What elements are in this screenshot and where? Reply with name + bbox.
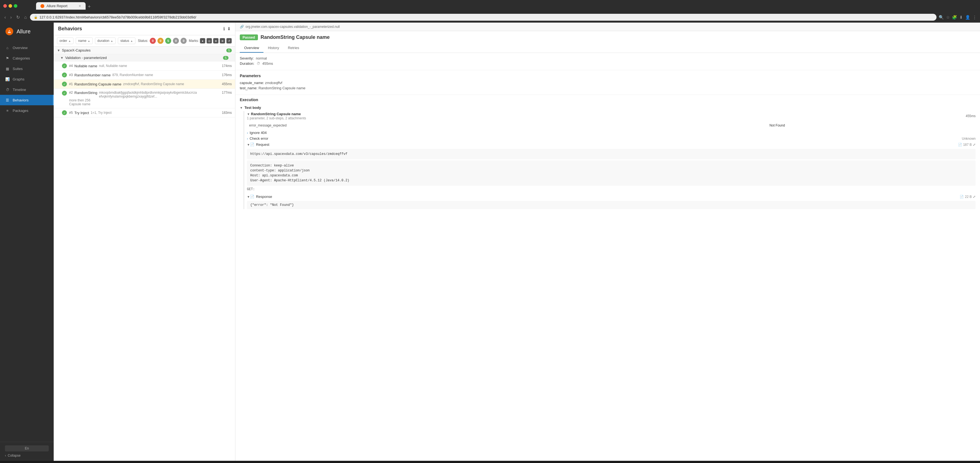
header-line-3: Host: api.spacexdata.com xyxy=(250,173,972,178)
status-broken-badge: 0 xyxy=(158,38,164,44)
response-toggle-arrow[interactable]: ▼ xyxy=(247,195,250,198)
order-filter-arrow: ▲ xyxy=(68,40,71,42)
group-header-spacex[interactable]: ▼ SpaceX-Capsules 5 xyxy=(54,46,235,54)
sidebar-item-graphs[interactable]: 📊 Graphs xyxy=(0,74,54,84)
step-name-random: RandomString Capsule name xyxy=(251,112,301,116)
request-label[interactable]: Request xyxy=(256,142,269,147)
test-duration-1: 455ms xyxy=(222,82,232,86)
test-item-2[interactable]: ✓ #2 RandomString mkoopbmdbakfjggqfaotdk… xyxy=(54,89,235,108)
sidebar-item-packages[interactable]: ≡ Packages xyxy=(0,105,54,116)
sidebar-item-label-packages: Packages xyxy=(13,109,29,113)
new-tab-button[interactable]: + xyxy=(86,4,93,10)
status-failed-badge: 0 xyxy=(150,38,156,44)
sidebar-item-timeline[interactable]: ⏱ Timeline xyxy=(0,84,54,95)
request-url-block: https://api.spacexdata.com/v3/capsules/z… xyxy=(247,149,975,159)
test-item-1[interactable]: ✓ #1 RandomString Capsule name zmdceqffv… xyxy=(54,80,235,89)
sub-step-check[interactable]: › Check error Unknown xyxy=(247,136,975,141)
test-duration-4: 174ms xyxy=(222,64,232,68)
test-body-toggle[interactable]: ▼ Test body xyxy=(240,104,975,111)
duration-filter[interactable]: duration ▲ xyxy=(95,37,116,44)
back-button[interactable]: ‹ xyxy=(3,14,7,21)
subgroup-name-validation: Validation - parameterized xyxy=(65,56,107,60)
browser-tabs: Allure Report ✕ + xyxy=(19,2,110,10)
execution-title: Execution xyxy=(240,97,975,102)
tab-overview[interactable]: Overview xyxy=(240,43,263,53)
collapse-arrow-icon: ‹ xyxy=(5,453,6,458)
sidebar-item-categories[interactable]: ⚑ Categories xyxy=(0,53,54,63)
subgroup-count-validation: 5 xyxy=(223,56,229,60)
tab-retries[interactable]: Retries xyxy=(283,43,304,53)
response-attachment-icon: 📄 xyxy=(250,195,255,199)
menu-icon[interactable]: ⋮ xyxy=(972,15,977,20)
home-button[interactable]: ⌂ xyxy=(23,14,28,21)
request-size-value: 187 B xyxy=(963,143,972,147)
subgroup-header-validation[interactable]: ▼ Validation - parameterized 5 xyxy=(54,54,235,61)
sub-step-ignore[interactable]: › Ignore 404 xyxy=(247,130,975,136)
sidebar-item-behaviors[interactable]: ☰ Behaviors xyxy=(0,95,54,105)
sub-step-expand-icon-2: › xyxy=(247,137,248,140)
profile-icon[interactable]: 👤 xyxy=(965,15,970,20)
detail-title: RandomString Capsule name xyxy=(261,34,330,40)
collapse-button[interactable]: ‹ Collapse xyxy=(5,453,49,458)
duration-value: 455ms xyxy=(262,61,273,65)
test-item-5[interactable]: ✓ #5 Try Inject 1=1, Try Inject 183ms xyxy=(54,108,235,117)
test-number-5: #5 xyxy=(69,111,73,115)
extensions-icon[interactable]: 🧩 xyxy=(952,15,957,20)
bookmark-icon[interactable]: ☆ xyxy=(946,15,950,20)
tab-close-button[interactable]: ✕ xyxy=(78,4,81,8)
test-status-passed-icon-3: ✓ xyxy=(62,72,67,77)
clock-icon: ⏱ xyxy=(256,61,260,65)
duration-filter-label: duration xyxy=(97,39,109,43)
maximize-traffic-light[interactable] xyxy=(14,4,18,8)
status-section-label: Status: xyxy=(138,39,148,43)
status-filter[interactable]: status ▲ xyxy=(118,37,135,44)
response-expand-icon[interactable]: ⤢ xyxy=(973,195,975,199)
name-filter[interactable]: name ▲ xyxy=(76,37,93,44)
detail-tabs: Overview History Retries xyxy=(240,43,975,53)
address-bar[interactable]: 🔒 127.0.0.1:62937/index.html#behaviors/c… xyxy=(30,14,937,21)
response-attachment-row: ▼ 📄 Response 📄 22 B ⤢ xyxy=(247,193,975,200)
address-text: 127.0.0.1:62937/index.html#behaviors/cb6… xyxy=(39,15,196,19)
test-name-1: RandomString Capsule name xyxy=(74,82,121,86)
download-report-button[interactable]: ⬇ xyxy=(227,26,231,32)
header-line-4: User-Agent: Apache-HttpClient/4.5.12 (Ja… xyxy=(250,178,972,183)
test-body-group: ▼ Test body ▼ RandomString Capsule name … xyxy=(240,104,975,209)
timeline-icon: ⏱ xyxy=(5,87,10,92)
test-status-passed-icon-4: ✓ xyxy=(62,63,67,69)
search-icon[interactable]: 🔍 xyxy=(939,15,944,20)
test-name-4: Nullable name xyxy=(74,64,97,68)
test-item-4[interactable]: ✓ #4 Nullable name null, Nullable name 1… xyxy=(54,61,235,70)
group-name-spacex: SpaceX-Capsules xyxy=(62,48,91,53)
detail-header: Passed RandomString Capsule name Overvie… xyxy=(235,31,980,53)
download-icon[interactable]: ⬇ xyxy=(959,15,963,20)
sidebar: Allure ⌂ Overview ⚑ Categories ▦ Suites … xyxy=(0,22,54,461)
reload-button[interactable]: ↻ xyxy=(15,13,21,21)
sidebar-item-overview[interactable]: ⌂ Overview xyxy=(0,42,54,53)
browser-chrome: Allure Report ✕ + ‹ › ↻ ⌂ 🔒 127.0.0.1:62… xyxy=(0,0,980,22)
order-filter[interactable]: order ▲ xyxy=(57,37,73,44)
name-filter-label: name xyxy=(78,39,86,43)
language-button[interactable]: En xyxy=(5,445,49,452)
test-item-3[interactable]: ✓ #3 RandomNumber name 879, RandomNumber… xyxy=(54,70,235,80)
lock-icon: 🔒 xyxy=(34,16,38,19)
forward-button[interactable]: › xyxy=(9,14,13,21)
step-param-table: error_message_expected Not Found xyxy=(247,123,975,128)
mark-badge-1: ● xyxy=(200,38,205,43)
browser-nav: ‹ › ↻ ⌂ 🔒 127.0.0.1:62937/index.html#beh… xyxy=(0,12,980,22)
test-body-toggle-arrow: ▼ xyxy=(240,106,243,109)
response-label[interactable]: Response xyxy=(256,195,272,199)
sub-step-unknown-check: Unknown xyxy=(962,137,975,140)
minimize-traffic-light[interactable] xyxy=(8,4,12,8)
info-button[interactable]: ℹ xyxy=(223,26,225,32)
close-traffic-light[interactable] xyxy=(3,4,7,8)
sidebar-item-suites[interactable]: ▦ Suites xyxy=(0,63,54,74)
request-expand-icon[interactable]: ⤢ xyxy=(973,143,975,147)
active-tab[interactable]: Allure Report ✕ xyxy=(36,2,86,10)
request-attachment-row: ▼ 📄 Request 📄 187 B ⤢ xyxy=(247,141,975,148)
tab-history[interactable]: History xyxy=(263,43,283,53)
test-name-2: RandomString xyxy=(74,91,97,95)
detail-panel: 🔗 org.jmeter.com.spacex-capsules.validat… xyxy=(235,22,980,461)
categories-icon: ⚑ xyxy=(5,56,10,61)
request-toggle-arrow[interactable]: ▼ xyxy=(247,143,250,146)
param-key-capsule: capsule_name: xyxy=(240,81,264,85)
